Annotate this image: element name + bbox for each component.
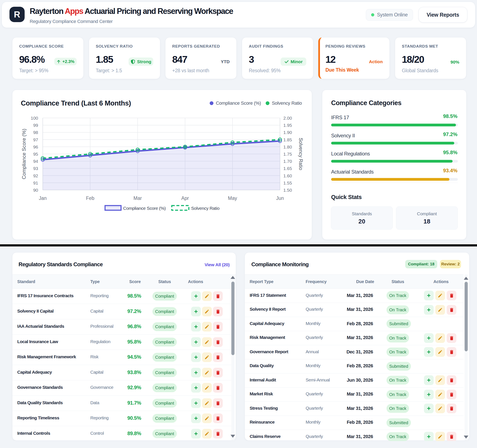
svg-text:91: 91	[33, 181, 38, 185]
svg-text:May: May	[228, 195, 237, 201]
svg-text:97: 97	[33, 137, 38, 142]
svg-text:Solvency Ratio: Solvency Ratio	[191, 206, 219, 211]
svg-text:Compliance Score (%): Compliance Score (%)	[21, 129, 27, 179]
svg-text:1.50: 1.50	[283, 188, 292, 193]
svg-text:94: 94	[33, 159, 38, 164]
svg-text:98: 98	[33, 130, 38, 135]
svg-text:1.75: 1.75	[283, 152, 292, 157]
svg-text:95: 95	[33, 152, 38, 157]
svg-text:1.60: 1.60	[283, 173, 292, 178]
svg-text:100: 100	[31, 116, 38, 121]
svg-text:1.90: 1.90	[283, 130, 292, 135]
svg-text:Apr: Apr	[181, 195, 189, 201]
svg-text:Jun: Jun	[276, 195, 284, 201]
svg-text:1.70: 1.70	[283, 159, 292, 164]
svg-text:Feb: Feb	[86, 195, 95, 201]
svg-text:1.85: 1.85	[283, 137, 292, 142]
svg-text:96: 96	[33, 145, 38, 149]
svg-text:1.95: 1.95	[283, 123, 292, 128]
svg-text:1.80: 1.80	[283, 145, 292, 149]
svg-text:1.55: 1.55	[283, 181, 292, 185]
svg-text:Solvency Ratio: Solvency Ratio	[298, 138, 304, 170]
svg-text:90: 90	[33, 188, 38, 193]
svg-text:Compliance Score (%): Compliance Score (%)	[123, 206, 166, 211]
svg-text:92: 92	[33, 173, 38, 178]
svg-text:93: 93	[33, 166, 38, 171]
svg-text:1.65: 1.65	[283, 166, 292, 171]
svg-text:99: 99	[33, 123, 38, 128]
svg-text:Jan: Jan	[39, 195, 47, 201]
svg-text:2.00: 2.00	[283, 116, 292, 121]
svg-text:Mar: Mar	[133, 195, 142, 201]
